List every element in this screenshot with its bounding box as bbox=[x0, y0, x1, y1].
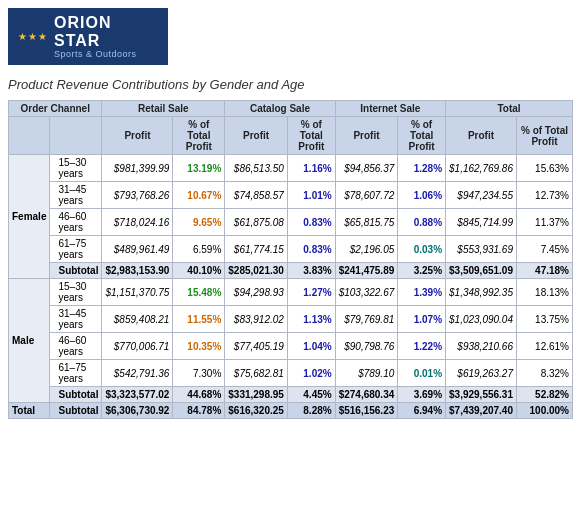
male-15-30-row: Male 15–30years $1,151,370.75 15.48% $94… bbox=[9, 279, 573, 306]
female-61-75-retail-profit: $489,961.49 bbox=[102, 236, 173, 263]
male-46-60-total-profit: $938,210.66 bbox=[446, 333, 517, 360]
internet-profit-header: Profit bbox=[335, 117, 398, 155]
female-31-45-total-pct: 12.73% bbox=[516, 182, 572, 209]
total-pct-header: % of Total Profit bbox=[516, 117, 572, 155]
female-15-30-total-profit: $1,162,769.86 bbox=[446, 155, 517, 182]
male-31-45-catalog-profit: $83,912.02 bbox=[225, 306, 288, 333]
female-31-45-internet-pct: 1.06% bbox=[398, 182, 446, 209]
female-46-60-catalog-profit: $61,875.08 bbox=[225, 209, 288, 236]
male-46-60-row: 46–60years $770,006.71 10.35% $77,405.19… bbox=[9, 333, 573, 360]
male-31-45-retail-pct: 11.55% bbox=[173, 306, 225, 333]
female-15-30-internet-profit: $94,856.37 bbox=[335, 155, 398, 182]
male-subtotal-total-profit: $3,929,556.31 bbox=[446, 387, 517, 403]
female-31-45-catalog-pct: 1.01% bbox=[287, 182, 335, 209]
female-31-45-retail-profit: $793,768.26 bbox=[102, 182, 173, 209]
female-subtotal-total-profit: $3,509,651.09 bbox=[446, 263, 517, 279]
female-subtotal-total-pct: 47.18% bbox=[516, 263, 572, 279]
female-46-60-retail-pct: 9.65% bbox=[173, 209, 225, 236]
male-subtotal-retail-profit: $3,323,577.02 bbox=[102, 387, 173, 403]
male-subtotal-total-pct: 52.82% bbox=[516, 387, 572, 403]
male-46-60-total-pct: 12.61% bbox=[516, 333, 572, 360]
male-46-60-catalog-pct: 1.04% bbox=[287, 333, 335, 360]
female-15-30-retail-profit: $981,399.99 bbox=[102, 155, 173, 182]
male-15-30-catalog-profit: $94,298.93 bbox=[225, 279, 288, 306]
female-46-60-internet-profit: $65,815.75 bbox=[335, 209, 398, 236]
male-31-45-total-profit: $1,023,090.04 bbox=[446, 306, 517, 333]
female-15-30-total-pct: 15.63% bbox=[516, 155, 572, 182]
male-15-30-total-profit: $1,348,992.35 bbox=[446, 279, 517, 306]
grand-total-total-pct: 100.00% bbox=[516, 403, 572, 419]
logo: ★★★ ORION STAR Sports & Outdoors bbox=[8, 8, 168, 65]
male-31-45-internet-profit: $79,769.81 bbox=[335, 306, 398, 333]
revenue-table: Order Channel Retail Sale Catalog Sale I… bbox=[8, 100, 573, 419]
total-label: Total bbox=[9, 403, 50, 419]
male-15-30-internet-pct: 1.39% bbox=[398, 279, 446, 306]
female-gender-label: Female bbox=[9, 155, 50, 279]
male-15-30-catalog-pct: 1.27% bbox=[287, 279, 335, 306]
female-31-45-retail-pct: 10.67% bbox=[173, 182, 225, 209]
female-age-46-60-label: 46–60years bbox=[50, 209, 102, 236]
female-subtotal-label: Subtotal bbox=[50, 263, 102, 279]
male-15-30-internet-profit: $103,322.67 bbox=[335, 279, 398, 306]
grand-total-internet-profit: $516,156.23 bbox=[335, 403, 398, 419]
female-age-61-75-label: 61–75years bbox=[50, 236, 102, 263]
male-31-45-internet-pct: 1.07% bbox=[398, 306, 446, 333]
female-46-60-total-profit: $845,714.99 bbox=[446, 209, 517, 236]
female-46-60-catalog-pct: 0.83% bbox=[287, 209, 335, 236]
male-61-75-row: 61–75years $542,791.36 7.30% $75,682.81 … bbox=[9, 360, 573, 387]
catalog-pct-header: % of Total Profit bbox=[287, 117, 335, 155]
female-subtotal-catalog-profit: $285,021.30 bbox=[225, 263, 288, 279]
female-subtotal-retail-pct: 40.10% bbox=[173, 263, 225, 279]
female-61-75-row: 61–75years $489,961.49 6.59% $61,774.15 … bbox=[9, 236, 573, 263]
male-61-75-total-pct: 8.32% bbox=[516, 360, 572, 387]
female-61-75-internet-pct: 0.03% bbox=[398, 236, 446, 263]
female-age-15-30-label: 15–30years bbox=[50, 155, 102, 182]
internet-pct-header: % of Total Profit bbox=[398, 117, 446, 155]
female-subtotal-internet-pct: 3.25% bbox=[398, 263, 446, 279]
female-age-31-45-label: 31–45years bbox=[50, 182, 102, 209]
female-15-30-internet-pct: 1.28% bbox=[398, 155, 446, 182]
male-61-75-retail-profit: $542,791.36 bbox=[102, 360, 173, 387]
female-31-45-row: 31–45years $793,768.26 10.67% $74,858.57… bbox=[9, 182, 573, 209]
grand-total-catalog-pct: 8.28% bbox=[287, 403, 335, 419]
female-46-60-retail-profit: $718,024.16 bbox=[102, 209, 173, 236]
male-61-75-catalog-pct: 1.02% bbox=[287, 360, 335, 387]
male-age-31-45-label: 31–45years bbox=[50, 306, 102, 333]
female-31-45-internet-profit: $78,607.72 bbox=[335, 182, 398, 209]
male-31-45-total-pct: 13.75% bbox=[516, 306, 572, 333]
female-subtotal-retail-profit: $2,983,153.90 bbox=[102, 263, 173, 279]
female-31-45-total-profit: $947,234.55 bbox=[446, 182, 517, 209]
female-46-60-internet-pct: 0.88% bbox=[398, 209, 446, 236]
female-61-75-catalog-profit: $61,774.15 bbox=[225, 236, 288, 263]
total-profit-header: Profit bbox=[446, 117, 517, 155]
female-46-60-total-pct: 11.37% bbox=[516, 209, 572, 236]
retail-pct-header: % of Total Profit bbox=[173, 117, 225, 155]
male-subtotal-label: Subtotal bbox=[50, 387, 102, 403]
female-46-60-row: 46–60years $718,024.16 9.65% $61,875.08 … bbox=[9, 209, 573, 236]
male-31-45-row: 31–45years $859,408.21 11.55% $83,912.02… bbox=[9, 306, 573, 333]
male-61-75-internet-profit: $789.10 bbox=[335, 360, 398, 387]
female-subtotal-row: Subtotal $2,983,153.90 40.10% $285,021.3… bbox=[9, 263, 573, 279]
age-group-col-header bbox=[50, 117, 102, 155]
male-age-46-60-label: 46–60years bbox=[50, 333, 102, 360]
male-61-75-catalog-profit: $75,682.81 bbox=[225, 360, 288, 387]
grand-total-internet-pct: 6.94% bbox=[398, 403, 446, 419]
male-subtotal-retail-pct: 44.68% bbox=[173, 387, 225, 403]
female-15-30-catalog-profit: $86,513.50 bbox=[225, 155, 288, 182]
retail-profit-header: Profit bbox=[102, 117, 173, 155]
catalog-sale-header: Catalog Sale bbox=[225, 101, 335, 117]
male-15-30-retail-pct: 15.48% bbox=[173, 279, 225, 306]
logo-text: ORION STAR Sports & Outdoors bbox=[54, 14, 158, 59]
male-gender-label: Male bbox=[9, 279, 50, 403]
male-15-30-retail-profit: $1,151,370.75 bbox=[102, 279, 173, 306]
female-15-30-retail-pct: 13.19% bbox=[173, 155, 225, 182]
grand-total-total-profit: $7,439,207.40 bbox=[446, 403, 517, 419]
total-header: Total bbox=[446, 101, 573, 117]
female-15-30-catalog-pct: 1.16% bbox=[287, 155, 335, 182]
female-31-45-catalog-profit: $74,858.57 bbox=[225, 182, 288, 209]
female-61-75-total-profit: $553,931.69 bbox=[446, 236, 517, 263]
male-46-60-internet-pct: 1.22% bbox=[398, 333, 446, 360]
male-subtotal-catalog-pct: 4.45% bbox=[287, 387, 335, 403]
male-subtotal-internet-profit: $274,680.34 bbox=[335, 387, 398, 403]
male-46-60-retail-pct: 10.35% bbox=[173, 333, 225, 360]
